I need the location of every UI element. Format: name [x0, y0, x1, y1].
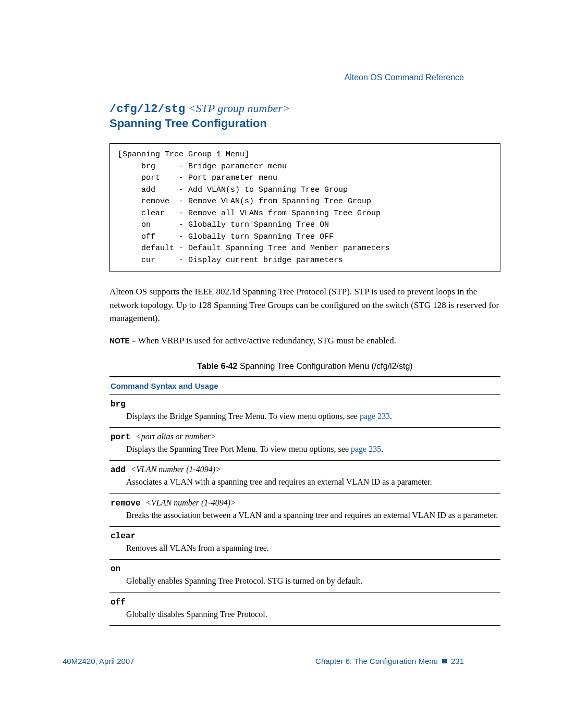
- page-link[interactable]: page 233: [360, 412, 390, 421]
- command-description: Globally disables Spanning Tree Protocol…: [126, 609, 499, 620]
- command-name: add: [111, 465, 130, 475]
- command-table-body: brgDisplays the Bridge Spanning Tree Men…: [109, 395, 500, 626]
- command-row: offGlobally disables Spanning Tree Proto…: [109, 593, 500, 626]
- command-description: Removes all VLANs from a spanning tree.: [126, 542, 499, 554]
- footer-chapter: Chapter 6: The Configuration Menu: [315, 657, 438, 665]
- command-name: on: [111, 564, 120, 574]
- command-row: port <port alias or number>Displays the …: [109, 428, 500, 461]
- table-caption-text: Spanning Tree Configuration Menu (/cfg/l…: [240, 362, 413, 371]
- command-param: <VLAN number (1-4094)>: [130, 465, 221, 474]
- command-description: Displays the Bridge Spanning Tree Menu. …: [126, 411, 499, 422]
- command-param: <port alias or number>: [136, 432, 216, 441]
- footer-page-number: 231: [451, 657, 464, 665]
- command-name: brg: [111, 400, 126, 409]
- command-row: brgDisplays the Bridge Spanning Tree Men…: [109, 395, 500, 428]
- command-name: remove: [111, 499, 145, 508]
- command-param: <VLAN number (1-4094)>: [145, 498, 236, 507]
- note-label: NOTE –: [109, 337, 138, 345]
- command-row: clearRemoves all VLANs from a spanning t…: [109, 527, 500, 560]
- title-subtitle: Spanning Tree Configuration: [109, 117, 500, 130]
- header-doc-title: Alteon OS Command Reference: [345, 73, 464, 82]
- title-command-param: <STP group number>: [185, 102, 290, 115]
- command-row: add <VLAN number (1-4094)>Associates a V…: [109, 461, 500, 493]
- body-paragraph-1: Alteon OS supports the IEEE 802.1d Spann…: [109, 285, 500, 325]
- table-caption: Table 6-42 Spanning Tree Configuration M…: [109, 362, 500, 371]
- title-command-path: /cfg/l2/stg: [109, 103, 185, 116]
- page-link[interactable]: page 235: [351, 445, 381, 453]
- command-name: port: [111, 433, 136, 442]
- section-title: /cfg/l2/stg <STP group number> Spanning …: [109, 102, 500, 130]
- command-description: Displays the Spanning Tree Port Menu. To…: [126, 443, 499, 455]
- command-description: Associates a VLAN with a spanning tree a…: [126, 476, 499, 488]
- page-footer: 40M2420, April 2007 Chapter 6: The Confi…: [63, 657, 464, 665]
- command-row: remove <VLAN number (1-4094)>Breaks the …: [109, 494, 500, 527]
- footer-square-icon: [442, 659, 447, 663]
- footer-right: Chapter 6: The Configuration Menu 231: [315, 657, 464, 665]
- command-name: off: [111, 598, 126, 607]
- command-row: onGlobally enables Spanning Tree Protoco…: [109, 560, 500, 593]
- document-page: Alteon OS Command Reference /cfg/l2/stg …: [0, 0, 563, 728]
- table-caption-number: Table 6-42: [197, 362, 240, 371]
- note-paragraph: NOTE – When VRRP is used for active/acti…: [109, 336, 500, 346]
- table-header: Command Syntax and Usage: [109, 376, 500, 395]
- command-name: clear: [111, 532, 136, 541]
- footer-left: 40M2420, April 2007: [63, 657, 134, 665]
- note-text: When VRRP is used for active/active redu…: [138, 336, 396, 346]
- command-description: Globally enables Spanning Tree Protocol.…: [126, 575, 499, 587]
- command-description: Breaks the association between a VLAN an…: [126, 510, 499, 521]
- menu-code-block: [Spanning Tree Group 1 Menu] brg - Bridg…: [109, 143, 500, 272]
